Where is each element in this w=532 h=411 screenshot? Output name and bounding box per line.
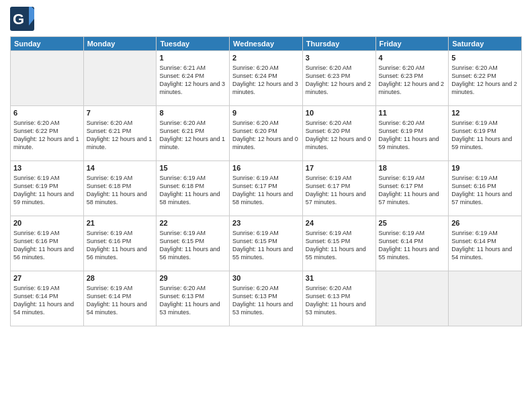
day-cell: 4Sunrise: 6:20 AMSunset: 6:23 PMDaylight… bbox=[375, 51, 449, 106]
day-info: Sunrise: 6:20 AMSunset: 6:23 PMDaylight:… bbox=[306, 64, 373, 97]
day-number: 24 bbox=[306, 218, 373, 228]
logo-icon: G bbox=[10, 7, 34, 31]
day-info: Sunrise: 6:20 AMSunset: 6:21 PMDaylight:… bbox=[159, 119, 226, 152]
day-number: 26 bbox=[451, 218, 519, 228]
day-info: Sunrise: 6:19 AMSunset: 6:16 PMDaylight:… bbox=[13, 229, 81, 262]
day-info: Sunrise: 6:20 AMSunset: 6:20 PMDaylight:… bbox=[306, 119, 373, 152]
day-number: 28 bbox=[87, 273, 154, 283]
day-cell: 31Sunrise: 6:20 AMSunset: 6:13 PMDayligh… bbox=[302, 271, 375, 326]
day-cell bbox=[449, 271, 522, 326]
day-number: 15 bbox=[159, 163, 226, 173]
day-info: Sunrise: 6:19 AMSunset: 6:15 PMDaylight:… bbox=[306, 229, 373, 262]
calendar-table: SundayMondayTuesdayWednesdayThursdayFrid… bbox=[10, 36, 522, 326]
day-info: Sunrise: 6:20 AMSunset: 6:22 PMDaylight:… bbox=[451, 64, 519, 97]
week-row-2: 6Sunrise: 6:20 AMSunset: 6:22 PMDaylight… bbox=[11, 106, 522, 161]
day-number: 7 bbox=[87, 108, 154, 118]
header-thursday: Thursday bbox=[302, 37, 375, 51]
day-cell: 3Sunrise: 6:20 AMSunset: 6:23 PMDaylight… bbox=[302, 51, 375, 106]
day-number: 1 bbox=[159, 53, 226, 63]
day-number: 25 bbox=[379, 218, 446, 228]
day-number: 9 bbox=[232, 108, 300, 118]
header-wednesday: Wednesday bbox=[230, 37, 303, 51]
day-cell: 17Sunrise: 6:19 AMSunset: 6:17 PMDayligh… bbox=[302, 161, 375, 216]
day-info: Sunrise: 6:20 AMSunset: 6:13 PMDaylight:… bbox=[159, 284, 226, 317]
day-info: Sunrise: 6:19 AMSunset: 6:14 PMDaylight:… bbox=[379, 229, 446, 262]
day-number: 23 bbox=[232, 218, 300, 228]
day-cell: 11Sunrise: 6:20 AMSunset: 6:19 PMDayligh… bbox=[375, 106, 449, 161]
day-number: 27 bbox=[13, 273, 81, 283]
day-info: Sunrise: 6:20 AMSunset: 6:23 PMDaylight:… bbox=[379, 64, 446, 97]
day-info: Sunrise: 6:19 AMSunset: 6:15 PMDaylight:… bbox=[159, 229, 226, 262]
day-number: 10 bbox=[306, 108, 373, 118]
day-cell: 2Sunrise: 6:20 AMSunset: 6:24 PMDaylight… bbox=[230, 51, 303, 106]
day-cell: 12Sunrise: 6:19 AMSunset: 6:19 PMDayligh… bbox=[449, 106, 522, 161]
day-cell bbox=[83, 51, 157, 106]
day-info: Sunrise: 6:19 AMSunset: 6:17 PMDaylight:… bbox=[232, 174, 300, 207]
day-cell: 28Sunrise: 6:19 AMSunset: 6:14 PMDayligh… bbox=[83, 271, 157, 326]
day-info: Sunrise: 6:19 AMSunset: 6:16 PMDaylight:… bbox=[451, 174, 519, 207]
day-cell: 25Sunrise: 6:19 AMSunset: 6:14 PMDayligh… bbox=[375, 216, 449, 271]
svg-text:G: G bbox=[13, 11, 24, 28]
day-cell: 22Sunrise: 6:19 AMSunset: 6:15 PMDayligh… bbox=[157, 216, 230, 271]
day-cell: 29Sunrise: 6:20 AMSunset: 6:13 PMDayligh… bbox=[157, 271, 230, 326]
day-info: Sunrise: 6:19 AMSunset: 6:17 PMDaylight:… bbox=[306, 174, 373, 207]
logo: G bbox=[10, 7, 36, 31]
day-info: Sunrise: 6:20 AMSunset: 6:13 PMDaylight:… bbox=[306, 284, 373, 317]
day-cell: 24Sunrise: 6:19 AMSunset: 6:15 PMDayligh… bbox=[302, 216, 375, 271]
day-number: 5 bbox=[451, 53, 519, 63]
day-info: Sunrise: 6:20 AMSunset: 6:19 PMDaylight:… bbox=[379, 119, 446, 152]
day-info: Sunrise: 6:20 AMSunset: 6:13 PMDaylight:… bbox=[232, 284, 300, 317]
day-info: Sunrise: 6:19 AMSunset: 6:18 PMDaylight:… bbox=[159, 174, 226, 207]
day-cell: 5Sunrise: 6:20 AMSunset: 6:22 PMDaylight… bbox=[449, 51, 522, 106]
day-cell: 16Sunrise: 6:19 AMSunset: 6:17 PMDayligh… bbox=[230, 161, 303, 216]
week-row-3: 13Sunrise: 6:19 AMSunset: 6:19 PMDayligh… bbox=[11, 161, 522, 216]
day-info: Sunrise: 6:19 AMSunset: 6:17 PMDaylight:… bbox=[379, 174, 446, 207]
day-number: 6 bbox=[13, 108, 81, 118]
day-info: Sunrise: 6:20 AMSunset: 6:20 PMDaylight:… bbox=[232, 119, 300, 152]
day-info: Sunrise: 6:20 AMSunset: 6:22 PMDaylight:… bbox=[13, 119, 81, 152]
day-cell: 18Sunrise: 6:19 AMSunset: 6:17 PMDayligh… bbox=[375, 161, 449, 216]
day-cell: 21Sunrise: 6:19 AMSunset: 6:16 PMDayligh… bbox=[83, 216, 157, 271]
header-saturday: Saturday bbox=[449, 37, 522, 51]
day-info: Sunrise: 6:19 AMSunset: 6:18 PMDaylight:… bbox=[87, 174, 154, 207]
day-info: Sunrise: 6:19 AMSunset: 6:14 PMDaylight:… bbox=[13, 284, 81, 317]
day-number: 21 bbox=[87, 218, 154, 228]
day-number: 4 bbox=[379, 53, 446, 63]
calendar-page: G SundayMondayTuesdayWednesdayThursdayFr… bbox=[0, 0, 532, 411]
day-number: 22 bbox=[159, 218, 226, 228]
week-row-1: 1Sunrise: 6:21 AMSunset: 6:24 PMDaylight… bbox=[11, 51, 522, 106]
day-info: Sunrise: 6:19 AMSunset: 6:14 PMDaylight:… bbox=[451, 229, 519, 262]
day-number: 11 bbox=[379, 108, 446, 118]
day-number: 8 bbox=[159, 108, 226, 118]
day-info: Sunrise: 6:19 AMSunset: 6:16 PMDaylight:… bbox=[87, 229, 154, 262]
day-cell bbox=[11, 51, 84, 106]
day-number: 3 bbox=[306, 53, 373, 63]
day-cell: 6Sunrise: 6:20 AMSunset: 6:22 PMDaylight… bbox=[11, 106, 84, 161]
day-number: 19 bbox=[451, 163, 519, 173]
day-info: Sunrise: 6:20 AMSunset: 6:24 PMDaylight:… bbox=[232, 64, 300, 97]
day-info: Sunrise: 6:19 AMSunset: 6:19 PMDaylight:… bbox=[13, 174, 81, 207]
header-tuesday: Tuesday bbox=[157, 37, 230, 51]
day-info: Sunrise: 6:19 AMSunset: 6:14 PMDaylight:… bbox=[87, 284, 154, 317]
day-number: 17 bbox=[306, 163, 373, 173]
day-cell: 14Sunrise: 6:19 AMSunset: 6:18 PMDayligh… bbox=[83, 161, 157, 216]
day-cell: 19Sunrise: 6:19 AMSunset: 6:16 PMDayligh… bbox=[449, 161, 522, 216]
day-number: 29 bbox=[159, 273, 226, 283]
day-number: 2 bbox=[232, 53, 300, 63]
calendar-header-row: SundayMondayTuesdayWednesdayThursdayFrid… bbox=[11, 37, 522, 51]
day-cell: 30Sunrise: 6:20 AMSunset: 6:13 PMDayligh… bbox=[230, 271, 303, 326]
day-cell: 10Sunrise: 6:20 AMSunset: 6:20 PMDayligh… bbox=[302, 106, 375, 161]
day-info: Sunrise: 6:20 AMSunset: 6:21 PMDaylight:… bbox=[87, 119, 154, 152]
day-number: 20 bbox=[13, 218, 81, 228]
day-cell: 20Sunrise: 6:19 AMSunset: 6:16 PMDayligh… bbox=[11, 216, 84, 271]
day-cell: 26Sunrise: 6:19 AMSunset: 6:14 PMDayligh… bbox=[449, 216, 522, 271]
day-number: 31 bbox=[306, 273, 373, 283]
header-friday: Friday bbox=[375, 37, 449, 51]
header-sunday: Sunday bbox=[11, 37, 84, 51]
day-info: Sunrise: 6:19 AMSunset: 6:19 PMDaylight:… bbox=[451, 119, 519, 152]
day-number: 30 bbox=[232, 273, 300, 283]
day-cell: 27Sunrise: 6:19 AMSunset: 6:14 PMDayligh… bbox=[11, 271, 84, 326]
day-info: Sunrise: 6:21 AMSunset: 6:24 PMDaylight:… bbox=[159, 64, 226, 97]
day-cell: 15Sunrise: 6:19 AMSunset: 6:18 PMDayligh… bbox=[157, 161, 230, 216]
day-number: 14 bbox=[87, 163, 154, 173]
